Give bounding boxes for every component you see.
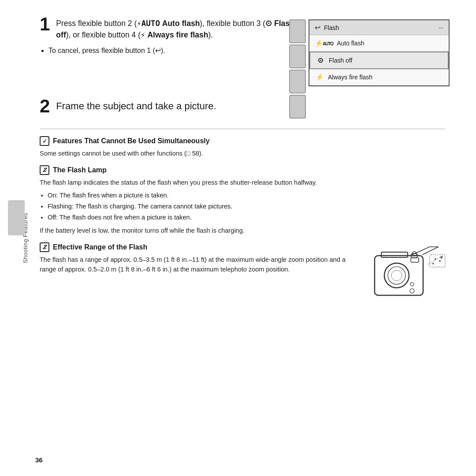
- off-symbol: ⊙: [265, 19, 272, 28]
- svg-point-16: [435, 258, 436, 260]
- fire-flash-label: Always fire flash: [147, 30, 208, 39]
- menu-item-always-fire: ⚡ Always fire flash: [309, 69, 449, 86]
- camera-menu-header: ↩ Flash —: [309, 20, 449, 35]
- camera-panel-wrapper: ↩ Flash — ⚡AUTO Auto flash ⊙ Flash off: [309, 19, 450, 86]
- step1-body: 1 Press flexible button 2 (⚡AUTO Auto fl…: [40, 18, 295, 41]
- scroll-indicator: —: [438, 25, 443, 31]
- menu-item-auto-flash: ⚡AUTO Auto flash: [309, 35, 449, 52]
- svg-point-18: [432, 263, 434, 264]
- note-flash-lamp-bullets: On: The flash fires when a picture is ta…: [48, 190, 450, 223]
- camera-menu: ↩ Flash — ⚡AUTO Auto flash ⊙ Flash off: [309, 20, 449, 86]
- step1-container: 1 Press flexible button 2 (⚡AUTO Auto fl…: [40, 18, 450, 86]
- auto-flash-label: Auto flash: [162, 19, 200, 28]
- svg-point-7: [388, 267, 405, 284]
- svg-line-3: [422, 247, 439, 255]
- svg-point-8: [391, 270, 402, 281]
- note-flash-lamp-icon: 𝒁: [40, 165, 49, 175]
- auto-flash-icon: ⚡AUTO: [315, 39, 333, 47]
- svg-rect-1: [381, 252, 408, 257]
- note-features: ✓ Features That Cannot Be Used Simultane…: [40, 136, 450, 158]
- bullet-on: On: The flash fires when a picture is ta…: [48, 190, 450, 201]
- camera-diagram: [370, 242, 450, 306]
- camera-menu-panel: ↩ Flash — ⚡AUTO Auto flash ⊙ Flash off: [309, 19, 450, 86]
- bullet-flashing: Flashing: The flash is charging. The cam…: [48, 201, 450, 212]
- svg-rect-0: [375, 256, 423, 295]
- step1-number: 1: [40, 18, 50, 33]
- svg-point-12: [410, 283, 414, 286]
- cancel-bullet: To cancel, press flexible button 1 (↩).: [48, 45, 295, 56]
- note-features-body: Some settings cannot be used with other …: [40, 149, 450, 158]
- bottom-text: 𝒁 Effective Range of the Flash The flash…: [40, 242, 361, 277]
- svg-rect-9: [411, 258, 419, 262]
- camera-side-buttons: [289, 19, 306, 119]
- note-effective-range-icon: 𝒁: [40, 242, 49, 252]
- btn2: [289, 45, 306, 68]
- note-flash-lamp: 𝒁 The Flash Lamp The flash lamp indicate…: [40, 165, 450, 235]
- thumb-tab: [8, 200, 25, 235]
- camera-svg: [370, 242, 450, 304]
- bottom-section: 𝒁 Effective Range of the Flash The flash…: [40, 242, 450, 306]
- bullet-off: Off: The flash does not fire when a pict…: [48, 212, 450, 223]
- flash-off-icon: ⊙: [316, 56, 325, 64]
- auto-flash-menu-label: Auto flash: [337, 40, 364, 47]
- always-fire-icon: ⚡: [315, 73, 324, 81]
- back-icon: ↩: [315, 23, 320, 32]
- note-flash-lamp-footer: If the battery level is low, the monitor…: [40, 226, 450, 235]
- note-effective-range-heading: 𝒁 Effective Range of the Flash: [40, 242, 361, 252]
- svg-point-17: [439, 260, 441, 262]
- svg-point-11: [410, 289, 414, 293]
- step2-number: 2: [40, 100, 50, 115]
- note-flash-lamp-heading: 𝒁 The Flash Lamp: [40, 165, 450, 175]
- step2-text: Frame the subject and take a picture.: [56, 100, 216, 112]
- page: Shooting Features 1 Press flexible butto…: [0, 0, 476, 476]
- page-number: 36: [35, 456, 43, 464]
- note-effective-range-heading-text: Effective Range of the Flash: [53, 243, 147, 251]
- cancel-symbol: ↩: [155, 47, 161, 54]
- step2-container: 2 Frame the subject and take a picture.: [40, 100, 450, 115]
- auto-symbol: ⚡AUTO: [137, 19, 160, 28]
- note-flash-lamp-heading-text: The Flash Lamp: [53, 166, 107, 174]
- divider1: [40, 129, 445, 129]
- fire-symbol: ⚡: [141, 30, 145, 39]
- note-flash-lamp-body: The flash lamp indicates the status of t…: [40, 178, 450, 187]
- note-features-heading: ✓ Features That Cannot Be Used Simultane…: [40, 136, 450, 146]
- always-fire-menu-label: Always fire flash: [328, 74, 372, 81]
- svg-point-19: [441, 257, 443, 258]
- flash-off-menu-label: Flash off: [329, 57, 352, 64]
- svg-rect-15: [430, 255, 445, 267]
- step2-body: 2 Frame the subject and take a picture.: [40, 100, 216, 115]
- menu-item-flash-off: ⊙ Flash off: [309, 52, 449, 69]
- btn4: [289, 95, 306, 119]
- note-features-heading-text: Features That Cannot Be Used Simultaneou…: [53, 137, 210, 145]
- step1-bullets: To cancel, press flexible button 1 (↩).: [48, 45, 295, 56]
- note-effective-range-body: The flash has a range of approx. 0.5–3.5…: [40, 255, 361, 275]
- menu-header-label: Flash: [324, 24, 339, 31]
- btn3: [289, 70, 306, 93]
- step1-text: 1 Press flexible button 2 (⚡AUTO Auto fl…: [40, 18, 295, 58]
- btn1: [289, 19, 306, 43]
- note-features-icon: ✓: [40, 136, 49, 146]
